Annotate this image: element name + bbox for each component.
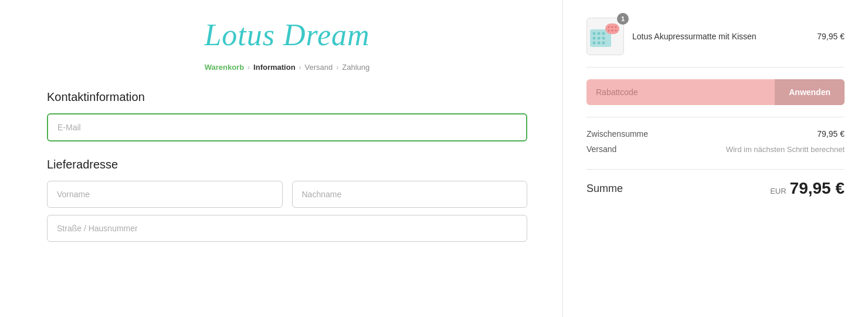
discount-input[interactable]	[586, 79, 775, 105]
svg-point-8	[598, 42, 601, 45]
separator-2: ›	[299, 63, 301, 72]
breadcrumb-zahlung: Zahlung	[342, 63, 369, 72]
address-section-title: Lieferadresse	[47, 158, 527, 171]
discount-row: Anwenden	[586, 79, 845, 117]
svg-point-7	[593, 42, 596, 45]
logo: Lotus Dream	[204, 18, 369, 52]
logo-area: Lotus Dream	[47, 18, 527, 52]
svg-point-1	[593, 32, 596, 35]
street-field[interactable]	[47, 215, 527, 242]
breadcrumb-warenkorb[interactable]: Warenkorb	[205, 63, 244, 72]
apply-discount-button[interactable]: Anwenden	[775, 79, 845, 105]
svg-point-2	[598, 32, 601, 35]
subtotal-label: Zwischensumme	[586, 129, 648, 139]
order-item: 1 Lotus Akupressurmatte mit Kissen 79,95…	[586, 18, 845, 68]
svg-point-12	[612, 26, 613, 28]
shipping-row: Versand Wird im nächsten Schritt berechn…	[586, 144, 845, 154]
total-value-group: EUR 79,95 €	[770, 179, 845, 198]
svg-point-14	[608, 30, 610, 32]
shipping-value: Wird im nächsten Schritt berechnet	[726, 145, 845, 154]
total-amount: 79,95 €	[790, 179, 845, 198]
last-name-field[interactable]	[292, 181, 528, 208]
product-image-wrap: 1	[586, 18, 624, 55]
separator-1: ›	[247, 63, 250, 72]
product-price: 79,95 €	[817, 32, 845, 41]
svg-point-3	[602, 32, 605, 35]
svg-point-16	[615, 30, 617, 32]
svg-point-13	[615, 26, 617, 28]
svg-point-6	[602, 37, 605, 40]
svg-point-9	[602, 42, 605, 45]
svg-point-4	[593, 37, 596, 40]
street-wrap	[47, 215, 527, 242]
svg-point-11	[608, 26, 610, 28]
contact-section-title: Kontaktinformation	[47, 90, 527, 104]
total-row: Summe EUR 79,95 €	[586, 179, 845, 198]
breadcrumb-versand: Versand	[305, 63, 333, 72]
product-name: Lotus Akupressurmatte mit Kissen	[632, 32, 809, 41]
total-label: Summe	[586, 183, 623, 195]
subtotal-row: Zwischensumme 79,95 €	[586, 129, 845, 139]
name-row	[47, 181, 527, 208]
svg-point-5	[598, 37, 601, 40]
product-image	[586, 18, 624, 55]
summary-section: Zwischensumme 79,95 € Versand Wird im nä…	[586, 129, 845, 170]
separator-3: ›	[336, 63, 338, 72]
breadcrumb-information: Information	[253, 63, 296, 72]
total-currency: EUR	[770, 187, 786, 195]
breadcrumb: Warenkorb › Information › Versand › Zahl…	[47, 63, 527, 72]
svg-rect-10	[605, 23, 619, 34]
cart-badge: 1	[617, 13, 629, 25]
svg-point-15	[612, 30, 613, 32]
subtotal-value: 79,95 €	[817, 129, 845, 139]
email-field[interactable]	[47, 113, 527, 141]
shipping-label: Versand	[586, 144, 616, 154]
first-name-field[interactable]	[47, 181, 283, 208]
